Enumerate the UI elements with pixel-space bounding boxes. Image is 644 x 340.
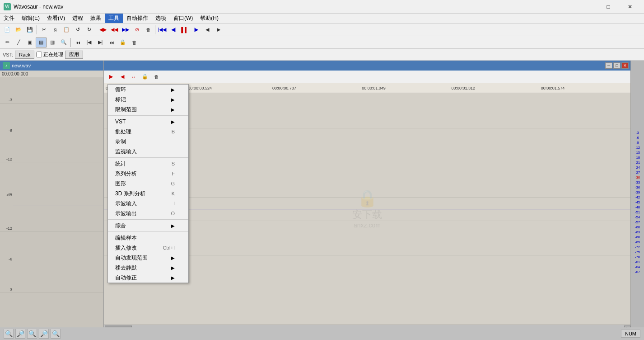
processing-checkbox[interactable]: 正在处理 [36, 51, 63, 58]
menu-osc-output[interactable]: 示波输出 O [108, 208, 188, 218]
btn-red-1[interactable]: ◀▶ [98, 25, 108, 35]
menu-stats[interactable]: 统计 S [108, 159, 188, 169]
menu-window[interactable]: 窗口(W) [170, 14, 196, 23]
btn-red-2[interactable]: ◀◀ [109, 25, 120, 35]
menu-limit-range[interactable]: 限制范围 ▶ [108, 104, 188, 114]
menu-comprehensive[interactable]: 综合 ▶ [108, 221, 188, 231]
menu-batch-shortcut: B [172, 129, 175, 134]
menu-record-label: 录制 [115, 138, 126, 146]
wave-tb-5[interactable]: 🗑 [151, 72, 162, 82]
redo-button[interactable]: ↺ [72, 25, 83, 35]
menu-auto-correct-label: 自动修正 [115, 274, 137, 282]
rack-button[interactable]: Rack [15, 51, 34, 59]
menu-options[interactable]: 选项 [152, 14, 170, 23]
wave-minimize-btn[interactable]: ─ [605, 62, 612, 69]
sep-t2-1 [70, 38, 71, 47]
menu-effect[interactable]: 效果 [87, 14, 105, 23]
btn-blue-2[interactable]: ⊘ [131, 25, 142, 35]
prev-btn[interactable]: ⏮ [72, 38, 83, 47]
wave-tb-4[interactable]: 🔒 [140, 72, 150, 82]
menu-osc-output-shortcut: O [171, 211, 175, 216]
select-tool-1[interactable]: ▣ [24, 38, 35, 47]
wave-tb-3[interactable]: ↔ [128, 72, 139, 82]
menu-divider-2 [108, 157, 188, 158]
menu-vst-arrow: ▶ [171, 119, 175, 124]
menu-monitor-input[interactable]: 监视输入 [108, 146, 188, 156]
menu-edit[interactable]: 编辑(E) [18, 14, 43, 23]
wave-close-btn[interactable]: ✕ [621, 62, 629, 69]
maximize-button[interactable]: □ [598, 0, 619, 14]
select-tool-2[interactable]: ▤ [36, 38, 47, 47]
menu-loop[interactable]: 循环 ▶ [108, 85, 188, 94]
menu-mark[interactable]: 标记 ▶ [108, 94, 188, 104]
btn-trash-1[interactable]: 🗑 [143, 25, 154, 35]
btn-wave-6[interactable]: ▶ [213, 25, 224, 35]
menu-remove-silence-arrow: ▶ [171, 265, 175, 270]
menu-3d-analysis[interactable]: 3D 系列分析 K [108, 189, 188, 198]
app-icon: W [4, 3, 11, 10]
minimize-button[interactable]: ─ [576, 0, 597, 14]
menu-auto-detect[interactable]: 自动发现范围 ▶ [108, 253, 188, 263]
wave-maximize-btn[interactable]: □ [613, 62, 621, 69]
menu-loop-arrow: ▶ [171, 87, 175, 92]
menu-vst[interactable]: VST ▶ [108, 117, 188, 127]
end-btn[interactable]: ▶| [95, 38, 106, 47]
save-button[interactable]: 💾 [24, 25, 35, 35]
menu-edit-samples-label: 编辑样本 [115, 234, 137, 242]
menu-limit-range-arrow: ▶ [171, 107, 175, 112]
dropdown-overlay: 循环 ▶ 标记 ▶ 限制范围 ▶ VST ▶ 批处理 B [0, 84, 644, 340]
close-button[interactable]: ✕ [620, 0, 640, 14]
next-btn[interactable]: ⏭ [106, 38, 117, 47]
btn-wave-5[interactable]: ◀ [202, 25, 213, 35]
menu-view[interactable]: 查看(V) [43, 14, 69, 23]
menu-batch[interactable]: 批处理 B [108, 127, 188, 137]
menu-graph-shortcut: G [171, 181, 175, 186]
wave-tb-2[interactable]: ◀ [117, 72, 128, 82]
toolbar-row-2: ✏ ╱ ▣ ▤ ▥ 🔍 ⏮ |◀ ▶| ⏭ 🔒 🗑 [0, 36, 644, 49]
menu-divider-3 [108, 219, 188, 220]
menu-auto-correct[interactable]: 自动修正 ▶ [108, 273, 188, 283]
btn-wave-1[interactable]: |◀◀ [157, 25, 168, 35]
cut-button[interactable]: ✂ [38, 25, 49, 35]
undo-button[interactable]: ↻ [84, 25, 94, 35]
copy-button[interactable]: ⎘ [50, 25, 61, 35]
menu-remove-silence-label: 移去静默 [115, 264, 137, 272]
menu-edit-samples[interactable]: 编辑样本 [108, 233, 188, 243]
menu-divider-1 [108, 115, 188, 116]
new-button[interactable]: 📄 [2, 25, 13, 35]
sep-2 [96, 25, 96, 34]
menu-graph[interactable]: 图形 G [108, 179, 188, 189]
wave-tb-1[interactable]: ▶ [106, 72, 117, 82]
menu-osc-input[interactable]: 示波输入 I [108, 198, 188, 208]
menu-tools[interactable]: 工具 [105, 14, 123, 23]
pencil-tool[interactable]: ✏ [2, 38, 13, 47]
open-button[interactable]: 📂 [13, 25, 24, 35]
menu-help[interactable]: 帮助(H) [196, 14, 222, 23]
btn-wave-4[interactable]: |▶ [191, 25, 201, 35]
menu-process[interactable]: 进程 [69, 14, 87, 23]
paste-button[interactable]: 📋 [61, 25, 72, 35]
btn-wave-2[interactable]: ◀| [168, 25, 179, 35]
wave-title-controls: ─ □ ✕ [605, 62, 629, 69]
zoom-tool[interactable]: 🔍 [58, 38, 69, 47]
menu-remove-silence[interactable]: 移去静默 ▶ [108, 263, 188, 273]
apply-button[interactable]: 应用 [65, 51, 83, 59]
menu-automation[interactable]: 自动操作 [123, 14, 152, 23]
processing-check-input[interactable] [36, 52, 42, 57]
menu-insert-modify-shortcut: Ctrl+I [163, 245, 175, 250]
btn-wave-3[interactable]: ▌▌ [179, 25, 190, 35]
track-name: new.wav [12, 63, 31, 68]
menu-osc-input-label: 示波输入 [115, 200, 137, 208]
line-tool[interactable]: ╱ [13, 38, 24, 47]
menu-series-analysis[interactable]: 系列分析 F [108, 169, 188, 179]
menu-mark-arrow: ▶ [171, 97, 175, 102]
btn-blue-1[interactable]: ▶▶ [120, 25, 131, 35]
begin-btn[interactable]: |◀ [84, 38, 94, 47]
menu-insert-modify[interactable]: 插入修改 Ctrl+I [108, 243, 188, 253]
lock-btn[interactable]: 🔒 [117, 38, 128, 47]
select-tool-3[interactable]: ▥ [47, 38, 58, 47]
menu-insert-modify-label: 插入修改 [115, 244, 137, 252]
menu-file[interactable]: 文件 [0, 14, 18, 23]
menu-record[interactable]: 录制 [108, 137, 188, 146]
delete-btn[interactable]: 🗑 [129, 38, 140, 47]
